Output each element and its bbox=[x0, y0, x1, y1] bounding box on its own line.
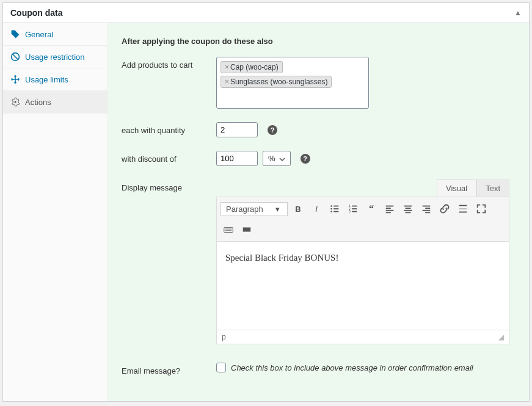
svg-rect-16 bbox=[386, 210, 394, 211]
unit-value: % bbox=[268, 154, 275, 163]
svg-rect-5 bbox=[333, 208, 338, 209]
help-icon[interactable]: ? bbox=[268, 125, 277, 135]
panel-title: Coupon data bbox=[10, 8, 63, 18]
sidebar-item-limits[interactable]: Usage limits bbox=[3, 68, 107, 91]
svg-rect-27 bbox=[459, 208, 467, 209]
collapse-icon[interactable]: ▲ bbox=[514, 9, 522, 17]
product-name: Sunglasses (woo-sunglasses) bbox=[230, 78, 327, 86]
editor-status-bar: p ◢ bbox=[216, 330, 509, 344]
help-icon[interactable]: ? bbox=[301, 154, 310, 164]
link-button[interactable] bbox=[437, 201, 453, 217]
svg-rect-22 bbox=[423, 206, 431, 207]
svg-rect-3 bbox=[333, 206, 338, 207]
svg-rect-14 bbox=[386, 206, 394, 207]
svg-rect-11 bbox=[352, 208, 357, 209]
email-label: Email message? bbox=[122, 363, 216, 375]
svg-rect-23 bbox=[425, 208, 430, 209]
svg-rect-7 bbox=[333, 211, 338, 212]
no-entry-icon bbox=[10, 52, 20, 62]
svg-rect-13 bbox=[352, 211, 357, 212]
chevron-down-icon: ▾ bbox=[275, 205, 280, 214]
keyboard-button[interactable] bbox=[220, 222, 236, 237]
svg-rect-26 bbox=[459, 205, 467, 206]
numbered-list-button[interactable]: 123 bbox=[345, 201, 361, 217]
sidebar-label: General bbox=[25, 30, 53, 39]
sidebar-label: Usage restriction bbox=[25, 53, 85, 62]
discount-label: with discount of bbox=[122, 151, 216, 164]
svg-rect-9 bbox=[352, 206, 357, 207]
sidebar-item-restriction[interactable]: Usage restriction bbox=[3, 46, 107, 68]
discount-input[interactable] bbox=[216, 151, 258, 166]
sidebar: General Usage restriction Usage limits A… bbox=[3, 23, 108, 401]
row-email: Email message? Check this box to include… bbox=[122, 363, 516, 375]
svg-point-6 bbox=[330, 211, 332, 212]
row-quantity: each with quantity ? bbox=[122, 122, 516, 137]
italic-button[interactable]: I bbox=[308, 201, 324, 217]
tab-visual[interactable]: Visual bbox=[437, 179, 476, 197]
email-hint: Check this box to include above message … bbox=[231, 363, 473, 372]
align-center-button[interactable] bbox=[400, 201, 416, 217]
row-display-message: Display message Visual Text Paragraph ▾ … bbox=[122, 179, 516, 344]
row-discount: with discount of % ? bbox=[122, 151, 516, 166]
fullscreen-button[interactable] bbox=[473, 201, 489, 217]
svg-rect-25 bbox=[425, 212, 430, 213]
panel-body: General Usage restriction Usage limits A… bbox=[3, 23, 529, 401]
display-message-label: Display message bbox=[122, 179, 216, 192]
svg-text:3: 3 bbox=[349, 209, 351, 213]
chevron-down-icon bbox=[279, 154, 285, 163]
wysiwyg-editor: Visual Text Paragraph ▾ B I bbox=[216, 179, 509, 344]
content-area: After applying the coupon do these also … bbox=[108, 23, 529, 401]
svg-rect-15 bbox=[386, 208, 391, 209]
svg-rect-24 bbox=[423, 210, 431, 211]
ticket-icon[interactable] bbox=[239, 222, 255, 237]
product-tag: × Cap (woo-cap) bbox=[220, 61, 283, 73]
unit-select[interactable]: % bbox=[263, 151, 291, 166]
svg-line-1 bbox=[12, 54, 18, 60]
email-checkbox[interactable] bbox=[216, 363, 226, 372]
bold-button[interactable]: B bbox=[290, 201, 306, 217]
format-select[interactable]: Paragraph ▾ bbox=[220, 202, 288, 216]
remove-icon[interactable]: × bbox=[225, 78, 229, 85]
svg-rect-20 bbox=[404, 210, 412, 211]
product-tag: × Sunglasses (woo-sunglasses) bbox=[220, 76, 332, 88]
move-icon bbox=[10, 74, 20, 84]
row-add-products: Add products to cart × Cap (woo-cap) × S… bbox=[122, 57, 516, 109]
svg-rect-19 bbox=[406, 208, 411, 209]
svg-rect-29 bbox=[224, 227, 233, 232]
gear-icon bbox=[10, 97, 20, 107]
quantity-label: each with quantity bbox=[122, 122, 216, 135]
sidebar-label: Actions bbox=[25, 98, 51, 107]
align-left-button[interactable] bbox=[382, 201, 398, 217]
section-heading: After applying the coupon do these also bbox=[122, 31, 516, 57]
sidebar-item-actions[interactable]: Actions bbox=[3, 91, 107, 114]
element-path[interactable]: p bbox=[222, 333, 226, 341]
editor-tabs: Visual Text bbox=[216, 179, 509, 197]
editor-content[interactable]: Special Black Friday BONUS! bbox=[216, 242, 509, 330]
sidebar-label: Usage limits bbox=[25, 75, 68, 84]
blockquote-button[interactable]: “ bbox=[363, 201, 379, 217]
svg-point-4 bbox=[330, 208, 332, 210]
product-name: Cap (woo-cap) bbox=[230, 63, 279, 71]
bullet-list-button[interactable] bbox=[327, 201, 343, 217]
svg-point-2 bbox=[330, 205, 332, 207]
align-right-button[interactable] bbox=[418, 201, 434, 217]
svg-rect-17 bbox=[386, 212, 391, 213]
quantity-input[interactable] bbox=[216, 122, 258, 137]
svg-rect-18 bbox=[404, 206, 412, 207]
tab-text[interactable]: Text bbox=[476, 179, 509, 197]
svg-rect-28 bbox=[459, 212, 467, 213]
add-products-label: Add products to cart bbox=[122, 57, 216, 70]
sidebar-item-general[interactable]: General bbox=[3, 23, 107, 46]
svg-rect-21 bbox=[406, 212, 411, 213]
editor-toolbar: Paragraph ▾ B I 123 “ bbox=[216, 197, 509, 242]
tag-icon bbox=[10, 29, 20, 39]
products-select[interactable]: × Cap (woo-cap) × Sunglasses (woo-sungla… bbox=[216, 57, 369, 109]
panel-header[interactable]: Coupon data ▲ bbox=[3, 3, 529, 23]
read-more-button[interactable] bbox=[455, 201, 471, 217]
coupon-data-panel: Coupon data ▲ General Usage restriction bbox=[2, 2, 530, 402]
remove-icon[interactable]: × bbox=[225, 63, 229, 71]
format-value: Paragraph bbox=[226, 205, 263, 214]
resize-handle-icon[interactable]: ◢ bbox=[498, 333, 504, 341]
